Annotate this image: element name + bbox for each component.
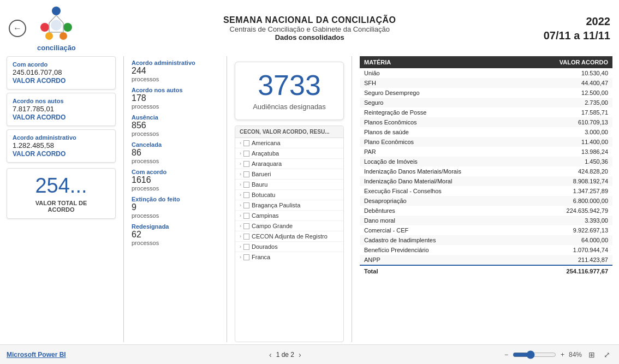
- card-com-acordo: Com acordo 245.016.707,08 VALOR ACORDO: [7, 56, 116, 89]
- logo-text: conciliação: [37, 44, 76, 52]
- cecon-checkbox[interactable]: [243, 192, 249, 198]
- cecon-item[interactable]: ›Araraquara: [235, 159, 343, 169]
- process-label-3: Cancelada: [132, 141, 219, 148]
- valor-cell: 44.400,47: [523, 78, 612, 88]
- materia-cell: Seguro: [360, 98, 523, 108]
- table-row[interactable]: Desapropriação6.800.000,00: [360, 196, 612, 206]
- cecon-item-label: Franca: [252, 254, 270, 260]
- cecon-item[interactable]: ›Franca: [235, 252, 343, 262]
- cecon-checkbox[interactable]: [243, 161, 249, 167]
- cecon-checkbox[interactable]: [243, 223, 249, 229]
- materia-cell: ANPP: [360, 255, 523, 265]
- table-row[interactable]: Debêntures224.635.942,79: [360, 206, 612, 216]
- process-sub-0: processos: [132, 76, 219, 82]
- col-materia: MATÉRIA: [360, 56, 523, 68]
- valor-cell: 1.450,36: [523, 157, 612, 166]
- right-panel: MATÉRIA VALOR ACORDO União10.530,40SFH44…: [360, 56, 612, 342]
- table-row[interactable]: Benefício Previdenciário1.070.944,74: [360, 245, 612, 255]
- page-title: SEMANA NACIONAL DA CONCILIAÇÃO: [76, 15, 544, 25]
- table-row[interactable]: PAR13.986,24: [360, 147, 612, 157]
- table-row[interactable]: Planos de saúde3.000,00: [360, 127, 612, 137]
- cecon-item[interactable]: ›Bragança Paulista: [235, 200, 343, 211]
- cecon-item-label: Bragança Paulista: [252, 202, 300, 208]
- back-button[interactable]: ←: [9, 20, 26, 37]
- valor-cell: 610.709,13: [523, 117, 612, 127]
- card-label-1: Acordo nos autos: [13, 98, 110, 104]
- table-row[interactable]: Cadastro de Inadimplentes64.000,00: [360, 235, 612, 245]
- next-page-button[interactable]: ›: [299, 350, 301, 359]
- big-card-label: VALOR TOTAL DEACORDO: [13, 200, 110, 213]
- table-row[interactable]: Plano Econômicos11.400,00: [360, 137, 612, 147]
- process-item-3: Cancelada 86 processos: [132, 140, 219, 165]
- valor-cell: 13.986,24: [523, 147, 612, 157]
- cecon-item[interactable]: ›Bauru: [235, 180, 343, 190]
- table-row[interactable]: Planos Econômicos610.709,13: [360, 117, 612, 127]
- process-count-0: 244: [132, 66, 219, 76]
- materia-cell: Planos de saúde: [360, 127, 523, 137]
- cecon-item[interactable]: ›Campinas: [235, 211, 343, 221]
- cecon-checkbox[interactable]: [243, 213, 249, 219]
- cecon-checkbox[interactable]: [243, 140, 249, 146]
- table-row[interactable]: Execução Fiscal - Conselhos1.347.257,89: [360, 186, 612, 196]
- page-subtitle: Centrais de Conciliação e Gabinete da Co…: [76, 25, 544, 33]
- cecon-item[interactable]: ›CECON Adjunta de Registro: [235, 231, 343, 242]
- cecon-checkbox[interactable]: [243, 254, 249, 260]
- process-item-1: Acordo nos autos 178 processos: [132, 86, 219, 111]
- table-row[interactable]: Dano moral3.393,00: [360, 216, 612, 225]
- valor-cell: 3.000,00: [523, 127, 612, 137]
- valor-cell: 12.500,00: [523, 88, 612, 98]
- valor-cell: 1.070.944,74: [523, 245, 612, 255]
- cecon-item-label: Americana: [252, 140, 281, 146]
- chevron-icon: ›: [240, 213, 241, 218]
- cecon-item[interactable]: ›Botucatu: [235, 190, 343, 200]
- settings-icon-button[interactable]: ⊞: [586, 349, 597, 360]
- svg-point-3: [45, 32, 53, 40]
- table-row[interactable]: Seguro Desemprego12.500,00: [360, 88, 612, 98]
- table-row[interactable]: ANPP211.423,87: [360, 255, 612, 265]
- card-label-0: Com acordo: [13, 61, 110, 68]
- table-row[interactable]: União10.530,40: [360, 68, 612, 78]
- table-row[interactable]: Reintegração de Posse17.585,71: [360, 108, 612, 117]
- process-label-6: Redesignada: [132, 223, 219, 230]
- materia-cell: Plano Econômicos: [360, 137, 523, 147]
- mid-panel: 3733 Audiências designadas CECON, VALOR …: [235, 56, 344, 342]
- process-label-5: Extinção do feito: [132, 196, 219, 202]
- cecon-item[interactable]: ›Dourados: [235, 242, 343, 252]
- cecon-checkbox[interactable]: [243, 202, 249, 208]
- cecon-item[interactable]: ›Campo Grande: [235, 221, 343, 231]
- cecon-item[interactable]: ›Araçatuba: [235, 148, 343, 159]
- table-row[interactable]: Comercial - CEF9.922.697,13: [360, 225, 612, 235]
- prev-page-button[interactable]: ‹: [269, 350, 272, 359]
- table-row[interactable]: SFH44.400,47: [360, 78, 612, 88]
- chevron-icon: ›: [240, 254, 241, 260]
- table-row[interactable]: Locação de Imóveis1.450,36: [360, 157, 612, 166]
- zoom-slider[interactable]: [513, 350, 556, 359]
- valor-cell: 11.400,00: [523, 137, 612, 147]
- card-accent-2: VALOR ACORDO: [13, 150, 110, 158]
- cecon-list: ›Americana›Araçatuba›Araraquara›Barueri›…: [235, 138, 343, 262]
- table-row[interactable]: Indenização Dano Material/Moral8.908.192…: [360, 176, 612, 186]
- main-container: ← conciliaçã: [0, 0, 619, 364]
- materia-cell: Execução Fiscal - Conselhos: [360, 186, 523, 196]
- fullscreen-button[interactable]: ⤢: [602, 349, 612, 360]
- cecon-item[interactable]: ›Americana: [235, 138, 343, 148]
- cecon-checkbox[interactable]: [243, 151, 249, 157]
- table-row[interactable]: Indenização Danos Materiais/Morais424.82…: [360, 166, 612, 176]
- cecon-checkbox[interactable]: [243, 171, 249, 177]
- zoom-minus[interactable]: −: [504, 351, 508, 359]
- powerbi-brand[interactable]: Microsoft Power BI: [7, 351, 66, 359]
- chevron-icon: ›: [240, 140, 241, 146]
- zoom-plus[interactable]: +: [561, 351, 564, 359]
- cecon-item[interactable]: ›Barueri: [235, 169, 343, 180]
- cecon-item-label: Barueri: [252, 171, 271, 177]
- cecon-checkbox[interactable]: [243, 234, 249, 240]
- content-area: Com acordo 245.016.707,08 VALOR ACORDO A…: [0, 54, 619, 344]
- table-body: União10.530,40SFH44.400,47Seguro Desempr…: [360, 68, 612, 265]
- materia-cell: Cadastro de Inadimplentes: [360, 235, 523, 245]
- divider-3: [352, 56, 352, 342]
- processes-panel: Acordo administrativo 244 processos Acor…: [132, 56, 219, 342]
- cecon-checkbox[interactable]: [243, 244, 249, 250]
- cecon-checkbox[interactable]: [243, 182, 249, 188]
- table-row[interactable]: Seguro2.735,00: [360, 98, 612, 108]
- chevron-icon: ›: [240, 192, 241, 198]
